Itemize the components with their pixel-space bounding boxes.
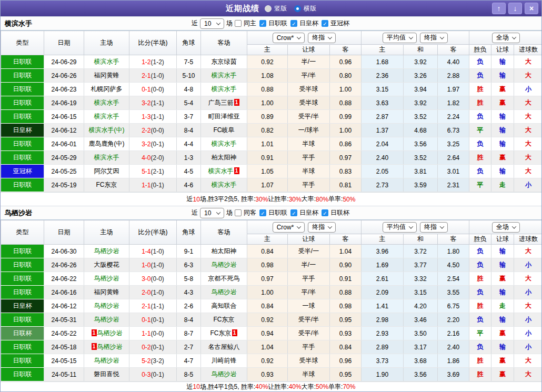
league-j1-checkbox[interactable]: ✓ — [259, 20, 266, 27]
league-league-cup-checkbox[interactable]: ✓ — [322, 209, 328, 216]
match-score-cell: 2-1(1-1) — [129, 299, 177, 313]
match-row: 日职联24-06-19横滨水手3-2(1-1)5-4广岛三箭11.00受半球0.… — [1, 96, 542, 110]
average-select[interactable]: 平均值 — [383, 222, 417, 233]
away-team-cell: 川崎前锋 — [201, 354, 247, 368]
avg-away-odds: 1.80 — [438, 245, 469, 258]
subcol-avg-away: 客 — [438, 234, 469, 245]
full-match-select[interactable]: 全场 — [492, 222, 520, 233]
odds-source-select[interactable]: Crow* — [273, 33, 305, 43]
red-card-badge: 1 — [234, 99, 239, 106]
home-odds: 1.00 — [247, 96, 288, 110]
league-acl-checkbox[interactable]: ✓ — [322, 20, 328, 27]
home-team-name: 横滨水手 — [94, 99, 119, 106]
avg-home-odds: 2.40 — [362, 151, 404, 165]
col-date: 日期 — [44, 220, 84, 245]
move-down-button[interactable]: ↓ — [508, 3, 522, 14]
away-team-cell: 横滨水手1 — [201, 165, 247, 178]
final-average-select[interactable]: 终指 — [420, 222, 448, 233]
radio-unselected-icon[interactable] — [265, 5, 272, 12]
goals-result: 大 — [514, 55, 542, 69]
home-team-cell: 福冈黄蜂 — [84, 69, 129, 83]
handicap-result: 赢 — [491, 96, 514, 110]
col-type: 类型 — [1, 31, 44, 55]
same-home-checkbox[interactable] — [235, 20, 242, 27]
away-team-name: 横滨水手 — [212, 72, 237, 79]
average-select[interactable]: 平均值 — [383, 33, 417, 43]
radio-vertical-layout[interactable]: 竖版 — [265, 4, 287, 13]
goals-result: 大 — [514, 368, 542, 381]
match-score-cell: 0-3(0-1) — [129, 368, 177, 381]
near-label: 近 — [192, 208, 198, 217]
league-emperor-cup-checkbox[interactable]: ✓ — [290, 20, 297, 27]
recent-results-window: 近期战绩 竖版 横版 ↑ ↓ × 横滨水手 近 10 场 — [0, 0, 542, 392]
fulltime-score: 4-0 — [142, 154, 150, 162]
league-j1-checkbox[interactable]: ✓ — [259, 209, 266, 216]
avg-home-odds: 2.05 — [362, 165, 404, 178]
final-odds-select[interactable]: 终指 — [308, 33, 336, 43]
avg-away-odds: 2.20 — [438, 313, 469, 327]
avg-draw-odds: 3.68 — [404, 354, 438, 368]
final-odds-select[interactable]: 终指 — [308, 222, 336, 233]
col-away: 客场 — [201, 31, 247, 55]
handicap-line: 受半球 — [288, 96, 330, 110]
league-emperor-cup-checkbox[interactable]: ✓ — [290, 209, 297, 216]
away-team-name: 横滨水手 — [212, 140, 237, 147]
match-count-select[interactable]: 10 — [200, 18, 224, 29]
arrow-up-icon: ↑ — [497, 4, 501, 13]
away-team-name: FC岐阜 — [214, 126, 235, 134]
full-match-select[interactable]: 全场 — [492, 33, 520, 43]
avg-away-odds: 3.55 — [438, 286, 469, 299]
near-label: 近 — [192, 19, 198, 28]
match-date: 24-05-11 — [44, 368, 84, 381]
match-score-cell: 1-4(1-0) — [129, 245, 177, 258]
summary-row: 近10场,胜4平1负5, 胜率:40% 让胜率:40% 大率:50% 单率:70… — [1, 381, 541, 391]
home-odds: 0.84 — [247, 245, 288, 258]
red-card-badge: 1 — [92, 343, 97, 350]
final-average-select[interactable]: 终指 — [420, 33, 448, 43]
goals-result: 大 — [514, 165, 542, 178]
away-team-name: 东京绿茵 — [212, 58, 237, 65]
chevron-down-icon — [328, 35, 332, 39]
radio-selected-icon[interactable] — [294, 5, 301, 12]
match-score-cell: 5-1(2-1) — [129, 165, 177, 178]
subcol-avg-draw: 和 — [404, 45, 438, 55]
avg-home-odds: 2.04 — [362, 137, 404, 151]
avg-away-odds: 2.88 — [438, 69, 469, 83]
goals-result: 小 — [514, 286, 542, 299]
away-team-name: 横滨水手 — [212, 181, 237, 188]
avg-away-odds: 4.50 — [438, 258, 469, 272]
halftime-score: (1-1) — [151, 99, 164, 107]
summary-text: 大率: — [302, 383, 316, 391]
match-row: 日职联24-06-23札幌冈萨多0-1(0-0)4-8横滨水手0.88受半球1.… — [1, 83, 542, 96]
home-odds: 0.89 — [247, 110, 288, 124]
winlose-result: 平 — [469, 178, 491, 192]
avg-draw-odds: 3.59 — [404, 178, 438, 192]
handicap-line: 平手 — [288, 340, 330, 354]
close-button[interactable]: × — [525, 3, 538, 14]
summary-text: 80% — [316, 196, 328, 203]
away-team-name: 广岛三箭 — [208, 99, 234, 106]
subcol-avg-home: 主 — [362, 45, 404, 55]
winlose-result: 负 — [469, 313, 491, 327]
title-bar: 近期战绩 竖版 横版 ↑ ↓ × — [1, 1, 541, 16]
same-away-checkbox[interactable] — [235, 209, 242, 216]
radio-horizontal-layout[interactable]: 横版 — [294, 4, 316, 13]
winlose-result: 负 — [469, 245, 491, 258]
fulltime-score: 1-4 — [142, 248, 150, 255]
move-up-button[interactable]: ↑ — [492, 3, 506, 14]
home-team-name: 鸟栖沙岩 — [94, 357, 119, 364]
avg-away-odds: 2.16 — [438, 327, 469, 340]
match-score-cell: 1-0(1-0) — [129, 258, 177, 272]
away-team-cell: 鸟栖沙岩 — [201, 258, 247, 272]
handicap-line: 受平/半 — [288, 313, 330, 327]
home-odds: 0.92 — [247, 354, 288, 368]
winlose-result: 胜 — [469, 151, 491, 165]
chevron-down-icon — [216, 21, 220, 25]
home-odds: 0.82 — [247, 124, 288, 137]
results-table: 类型 日期 主场 比分(半场) 角球 客场 Crow* 终指 平均值 终指 — [1, 220, 542, 381]
match-count-select[interactable]: 10 — [200, 208, 224, 218]
handicap-line: 一球 — [288, 299, 330, 313]
away-odds: 0.86 — [330, 137, 362, 151]
halftime-score: (0-1) — [151, 371, 164, 378]
odds-source-select[interactable]: Crow* — [273, 222, 305, 233]
